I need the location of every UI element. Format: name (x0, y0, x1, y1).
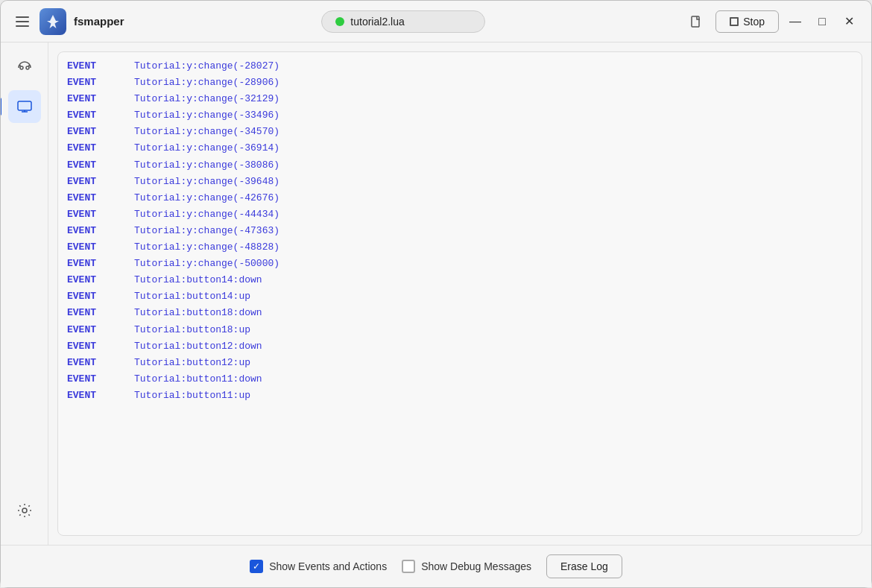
stop-icon (730, 17, 739, 26)
sidebar-item-gamepad[interactable] (8, 51, 41, 84)
log-row: EVENTTutorial:y:change(-36914) (67, 140, 853, 157)
log-row: EVENTTutorial:y:change(-39648) (67, 174, 853, 190)
log-container[interactable]: EVENTTutorial:y:change(-28027)EVENTTutor… (57, 51, 862, 536)
stop-button[interactable]: Stop (715, 10, 779, 33)
sidebar (1, 42, 48, 545)
log-message: Tutorial:button14:up (134, 288, 250, 305)
log-event-label: EVENT (67, 107, 119, 124)
log-event-label: EVENT (67, 91, 119, 107)
svg-rect-0 (692, 16, 699, 27)
show-events-checkbox-group[interactable]: ✓ Show Events and Actions (250, 560, 387, 573)
log-row: EVENTTutorial:y:change(-47363) (67, 223, 853, 239)
log-row: EVENTTutorial:y:change(-38086) (67, 157, 853, 174)
log-event-label: EVENT (67, 371, 119, 388)
close-button[interactable]: ✕ (838, 11, 859, 32)
log-message: Tutorial:y:change(-34570) (134, 124, 279, 140)
bottom-bar: ✓ Show Events and Actions Show Debug Mes… (1, 545, 871, 587)
titlebar-right: Stop — □ ✕ (683, 8, 859, 35)
show-events-checkbox[interactable]: ✓ (250, 560, 263, 573)
log-message: Tutorial:y:change(-28027) (134, 58, 279, 75)
log-event-label: EVENT (67, 256, 119, 272)
log-event-label: EVENT (67, 157, 119, 174)
log-event-label: EVENT (67, 288, 119, 305)
file-pill: tutorial2.lua (321, 10, 485, 33)
log-message: Tutorial:y:change(-39648) (134, 174, 279, 190)
log-event-label: EVENT (67, 388, 119, 404)
log-row: EVENTTutorial:y:change(-28906) (67, 75, 853, 91)
show-events-label: Show Events and Actions (269, 560, 387, 572)
log-row: EVENTTutorial:button18:down (67, 305, 853, 321)
sidebar-item-settings[interactable] (8, 494, 41, 527)
log-row: EVENTTutorial:y:change(-44434) (67, 206, 853, 223)
log-message: Tutorial:button12:down (134, 338, 262, 355)
sidebar-bottom (8, 494, 41, 536)
svg-point-3 (19, 65, 21, 66)
titlebar-left: fsmapper (13, 8, 124, 35)
log-message: Tutorial:y:change(-42676) (134, 190, 279, 206)
log-row: EVENTTutorial:button14:down (67, 272, 853, 288)
main-window: fsmapper tutorial2.lua Stop — □ ✕ (0, 0, 872, 588)
log-message: Tutorial:button14:down (134, 272, 262, 288)
log-row: EVENTTutorial:y:change(-28027) (67, 58, 853, 75)
show-debug-label: Show Debug Messages (421, 560, 531, 572)
log-event-label: EVENT (67, 58, 119, 75)
log-message: Tutorial:y:change(-36914) (134, 140, 279, 157)
sidebar-item-display[interactable] (8, 90, 41, 123)
app-title: fsmapper (74, 15, 124, 28)
log-event-label: EVENT (67, 223, 119, 239)
log-event-label: EVENT (67, 140, 119, 157)
app-icon (40, 8, 66, 35)
log-row: EVENTTutorial:button11:up (67, 388, 853, 404)
log-row: EVENTTutorial:y:change(-42676) (67, 190, 853, 206)
svg-point-2 (26, 66, 29, 69)
minimize-button[interactable]: — (785, 11, 806, 32)
svg-rect-5 (18, 101, 31, 110)
log-event-label: EVENT (67, 338, 119, 355)
log-event-label: EVENT (67, 190, 119, 206)
titlebar: fsmapper tutorial2.lua Stop — □ ✕ (1, 1, 871, 42)
log-message: Tutorial:y:change(-38086) (134, 157, 279, 174)
log-event-label: EVENT (67, 322, 119, 338)
show-debug-checkbox[interactable] (402, 560, 415, 573)
titlebar-center: tutorial2.lua (133, 10, 674, 33)
log-message: Tutorial:y:change(-48828) (134, 239, 279, 256)
log-event-label: EVENT (67, 124, 119, 140)
log-message: Tutorial:button12:up (134, 355, 250, 371)
log-row: EVENTTutorial:y:change(-48828) (67, 239, 853, 256)
log-message: Tutorial:y:change(-50000) (134, 256, 279, 272)
log-event-label: EVENT (67, 206, 119, 223)
svg-point-4 (28, 65, 30, 66)
log-row: EVENTTutorial:button14:up (67, 288, 853, 305)
svg-point-1 (20, 66, 23, 69)
content-area: EVENTTutorial:y:change(-28027)EVENTTutor… (1, 42, 871, 545)
erase-log-button[interactable]: Erase Log (546, 554, 622, 578)
log-row: EVENTTutorial:button11:down (67, 371, 853, 388)
log-event-label: EVENT (67, 272, 119, 288)
log-row: EVENTTutorial:y:change(-50000) (67, 256, 853, 272)
log-row: EVENTTutorial:y:change(-34570) (67, 124, 853, 140)
log-event-label: EVENT (67, 355, 119, 371)
log-message: Tutorial:button11:up (134, 388, 250, 404)
log-row: EVENTTutorial:button12:up (67, 355, 853, 371)
log-row: EVENTTutorial:y:change(-32129) (67, 91, 853, 107)
log-row: EVENTTutorial:button18:up (67, 322, 853, 338)
log-event-label: EVENT (67, 305, 119, 321)
log-message: Tutorial:button18:up (134, 322, 250, 338)
show-debug-checkbox-group[interactable]: Show Debug Messages (402, 560, 531, 573)
svg-point-8 (22, 508, 27, 513)
log-message: Tutorial:y:change(-32129) (134, 91, 279, 107)
log-message: Tutorial:button18:down (134, 305, 262, 321)
log-message: Tutorial:y:change(-33496) (134, 107, 279, 124)
log-event-label: EVENT (67, 239, 119, 256)
new-file-button[interactable] (683, 8, 710, 35)
log-message: Tutorial:y:change(-44434) (134, 206, 279, 223)
status-dot (335, 17, 344, 26)
log-message: Tutorial:y:change(-28906) (134, 75, 279, 91)
log-row: EVENTTutorial:button12:down (67, 338, 853, 355)
log-message: Tutorial:button11:down (134, 371, 262, 388)
file-name: tutorial2.lua (350, 16, 404, 28)
main-area: EVENTTutorial:y:change(-28027)EVENTTutor… (48, 42, 871, 545)
hamburger-button[interactable] (13, 13, 32, 30)
maximize-button[interactable]: □ (812, 11, 832, 32)
log-message: Tutorial:y:change(-47363) (134, 223, 279, 239)
